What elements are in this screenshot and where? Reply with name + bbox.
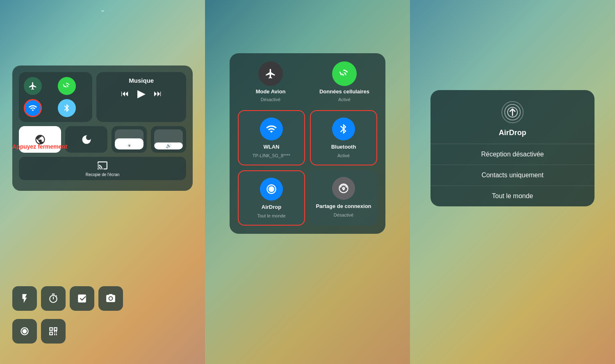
conn-grid: WLAN TP-LINK_5G_8**** Bluetooth Activé A… [238,110,377,226]
bluetooth-button[interactable] [58,99,76,117]
airdrop-menu-card: AirDrop Réception désactivée Contacts un… [430,90,594,206]
airdrop-header: AirDrop [430,90,594,144]
prev-button[interactable]: ⏮ [121,89,129,98]
airplane-mode-icon-circle[interactable] [258,61,283,86]
connectivity-expanded-card: Mode Avion Désactivé Données cellulaires… [230,53,385,234]
screen-mirror-label: Recopie de l'écran [86,172,120,177]
wlan-label: WLAN [264,144,280,150]
volume-icon: 🔊 [166,143,172,149]
airplane-mode-button[interactable] [24,77,42,95]
cc-screen-row: Recopie de l'écran [19,157,186,180]
cc-top-section: Musique ⏮ ▶ ⏭ [19,72,186,122]
bluetooth-label: Bluetooth [331,144,356,150]
hotspot-label: Partage de connexion [316,203,371,209]
bluetooth-icon [332,118,355,140]
music-controls: ⏮ ▶ ⏭ [103,87,180,100]
hotspot-sub: Désactivé [334,213,353,217]
airplane-mode-item: Mode Avion Désactivé [238,61,303,102]
airdrop-sub: Tout le monde [257,213,285,218]
bluetooth-item[interactable]: Bluetooth Activé [310,110,377,165]
cellular-item: Données cellulaires Activé [312,61,377,102]
volume-slider[interactable]: 🔊 [151,126,186,153]
camera-button[interactable] [98,286,123,311]
wifi-button[interactable] [24,99,42,117]
wlan-item[interactable]: WLAN TP-LINK_5G_8**** [238,110,305,165]
next-button[interactable]: ⏭ [154,89,162,98]
music-widget: Musique ⏮ ▶ ⏭ [96,72,186,122]
chevron-icon: ⌄ [100,5,106,14]
timer-button[interactable] [41,286,66,311]
airdrop-everyone-option[interactable]: Tout le monde [430,186,594,206]
airdrop-label: AirDrop [262,204,281,210]
panel-connectivity: Mode Avion Désactivé Données cellulaires… [205,0,410,364]
control-center-card: Musique ⏮ ▶ ⏭ [12,66,193,191]
airdrop-item[interactable]: AirDrop Tout le monde [238,170,305,226]
airplane-mode-sub: Désactivé [261,97,280,102]
hotspot-item[interactable]: Partage de connexion Désactivé [310,170,377,226]
wlan-sub: TP-LINK_5G_8**** [253,153,290,158]
cc-extra-row [12,319,66,344]
conn-top-icons: Mode Avion Désactivé Données cellulaires… [238,61,377,102]
cellular-button[interactable] [58,77,76,95]
cellular-sub: Activé [338,97,351,102]
brightness-slider[interactable]: ☀ [112,126,147,153]
screen-mirror-button[interactable]: Recopie de l'écran [19,157,186,180]
calculator-button[interactable] [70,286,94,311]
airdrop-contacts-only-option[interactable]: Contacts uniquement [430,165,594,186]
flashlight-button[interactable] [12,286,37,311]
hotspot-icon [332,177,355,200]
airdrop-reception-off-option[interactable]: Réception désactivée [430,144,594,165]
airdrop-everyone-label: Tout le monde [492,192,533,199]
airdrop-reception-off-label: Réception désactivée [481,151,544,158]
cc-bottom-row [12,286,193,311]
airdrop-menu-title: AirDrop [499,129,526,137]
wlan-icon [260,118,283,140]
cellular-label: Données cellulaires [319,88,369,95]
qr-button[interactable] [41,319,66,344]
play-button[interactable]: ▶ [137,87,146,100]
music-title: Musique [103,77,180,84]
sliders-section: ☀ 🔊 [112,126,186,153]
appuyez-label: Appuyez fermement [12,143,67,150]
brightness-icon: ☀ [127,143,132,149]
bluetooth-sub: Activé [337,153,350,158]
cc-connectivity-grid [19,72,92,122]
do-not-disturb-button[interactable] [65,126,107,153]
airdrop-icon [260,178,283,201]
svg-point-1 [23,329,27,334]
airdrop-menu-icon [500,100,525,124]
panel-airdrop: AirDrop Réception désactivée Contacts un… [410,0,615,364]
airplane-mode-label: Mode Avion [256,88,286,95]
airdrop-contacts-only-label: Contacts uniquement [481,172,543,179]
record-button[interactable] [12,319,37,344]
panel-control-center: ⌄ [0,0,205,364]
cellular-icon-circle[interactable] [332,61,357,86]
